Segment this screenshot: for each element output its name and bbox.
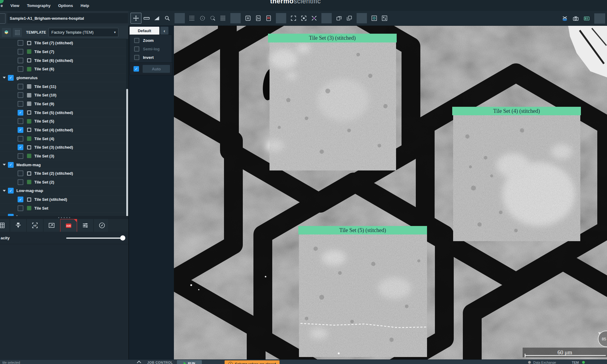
template-dropdown[interactable]: Factory Template (TEM) ▾ bbox=[49, 28, 118, 37]
run-button[interactable]: RUN bbox=[177, 360, 202, 364]
tree-row[interactable]: Tile Set (7) … bbox=[0, 48, 128, 56]
tree-row[interactable]: Tile Set (11) … bbox=[0, 82, 128, 91]
row-checkbox[interactable] bbox=[18, 136, 23, 142]
dense-grid-icon[interactable] bbox=[218, 13, 228, 23]
row-checkbox[interactable] bbox=[18, 197, 23, 202]
tree-row[interactable]: Tile Set (4) … bbox=[0, 134, 128, 143]
tree-row[interactable]: Tile Set (3) (stitched) … bbox=[0, 143, 128, 152]
magnifier-icon[interactable] bbox=[162, 13, 172, 23]
ruler-icon[interactable] bbox=[141, 13, 152, 23]
expand-arrow-icon[interactable] bbox=[3, 164, 6, 166]
tree-row[interactable]: glomerulus … bbox=[0, 74, 128, 83]
tree-row[interactable]: Tile Set (4) (stitched) … bbox=[0, 126, 128, 135]
tree-row[interactable]: Tile Set (5) … bbox=[0, 117, 128, 126]
row-checkbox[interactable] bbox=[18, 118, 23, 124]
copy-back-icon[interactable] bbox=[344, 13, 354, 23]
panel-drag-handle[interactable] bbox=[0, 216, 128, 219]
histogram-option[interactable]: Semi-log bbox=[130, 45, 172, 53]
tree-row[interactable]: Tile Set (2) … bbox=[0, 178, 128, 187]
expand-arrow-icon[interactable] bbox=[3, 77, 6, 79]
row-checkbox[interactable] bbox=[8, 162, 14, 168]
image-viewport[interactable]: Tile Set (3) (stitched) Tile Set (4) (st… bbox=[174, 26, 607, 359]
row-checkbox[interactable] bbox=[8, 188, 14, 194]
center-target-icon[interactable] bbox=[309, 13, 319, 23]
a2d-icon[interactable] bbox=[60, 219, 77, 232]
option-checkbox[interactable] bbox=[134, 55, 139, 60]
tile-set-4-stitched[interactable]: Tile Set (4) (stitched) bbox=[452, 107, 581, 241]
target-box-icon[interactable] bbox=[369, 13, 379, 23]
row-checkbox[interactable] bbox=[18, 110, 23, 116]
tree-row[interactable]: Tile Set (2) (stitched) … bbox=[0, 169, 128, 178]
tile-set-3-stitched[interactable]: Tile Set (3) (stitched) bbox=[266, 34, 397, 170]
tree-row[interactable]: Tile Set (6) … bbox=[0, 65, 128, 74]
copy-front-icon[interactable] bbox=[334, 13, 344, 23]
row-checkbox[interactable] bbox=[18, 40, 23, 46]
slope-icon[interactable] bbox=[152, 13, 162, 23]
tree-row[interactable]: Tile Set (9) … bbox=[0, 100, 128, 109]
tree-row[interactable]: Tile Set (5) (stitched) … bbox=[0, 108, 128, 117]
chevron-up-icon[interactable] bbox=[137, 361, 141, 364]
af-icon[interactable] bbox=[27, 219, 43, 232]
menu-item[interactable]: e bbox=[1, 3, 3, 8]
expand-icon[interactable] bbox=[288, 13, 299, 23]
film-grid-icon[interactable] bbox=[0, 219, 10, 232]
warning-badge[interactable]: ! Column valves are closed bbox=[225, 360, 280, 364]
histogram-option[interactable]: Zoom bbox=[130, 36, 172, 45]
histogram-option[interactable]: Invert bbox=[130, 53, 172, 62]
row-checkbox[interactable] bbox=[8, 75, 14, 81]
tile-set-5-stitched[interactable]: Tile Set (5) (stitched) bbox=[298, 226, 427, 357]
row-checkbox[interactable] bbox=[18, 127, 23, 133]
menu-item[interactable]: Help bbox=[81, 3, 89, 8]
option-checkbox[interactable] bbox=[134, 46, 139, 52]
layers-stack-icon[interactable] bbox=[2, 28, 11, 37]
doc-red-icon[interactable] bbox=[263, 13, 274, 23]
row-checkbox[interactable] bbox=[18, 153, 23, 159]
beam-screen-icon[interactable] bbox=[559, 13, 570, 24]
circle-dots-icon[interactable] bbox=[197, 13, 208, 23]
auto-button[interactable]: Auto bbox=[143, 65, 170, 73]
fit-frame-icon[interactable] bbox=[299, 13, 309, 23]
pattern-box-icon[interactable] bbox=[379, 13, 390, 23]
image-adjust-icon[interactable] bbox=[43, 219, 60, 232]
row-checkbox[interactable] bbox=[18, 58, 23, 63]
camera-icon[interactable] bbox=[570, 13, 581, 24]
tree-row[interactable]: Tile Set (3) … bbox=[0, 152, 128, 161]
tree-row[interactable]: Tile Set (6) (stitched) … bbox=[0, 56, 128, 65]
menu-item[interactable]: Tomography bbox=[27, 3, 51, 8]
expand-arrow-icon[interactable] bbox=[3, 190, 6, 192]
sample-name-field[interactable]: Sample1-A1_Brigham-womens-hospital bbox=[7, 13, 128, 23]
menu-item[interactable]: Options bbox=[58, 3, 73, 8]
row-checkbox[interactable] bbox=[18, 101, 23, 107]
row-checkbox[interactable] bbox=[18, 92, 23, 98]
move-icon[interactable] bbox=[131, 13, 141, 24]
collapse-panel-button[interactable]: ‹ bbox=[160, 27, 168, 35]
histogram-tab[interactable]: Default bbox=[130, 27, 159, 35]
align-down-icon[interactable] bbox=[10, 219, 27, 232]
tree-row[interactable]: Low-mag-map … bbox=[0, 187, 128, 195]
option-checkbox[interactable] bbox=[134, 38, 139, 43]
opacity-slider-knob[interactable] bbox=[120, 235, 125, 241]
row-checkbox[interactable] bbox=[18, 84, 23, 89]
menu-item[interactable]: View bbox=[10, 3, 19, 8]
tree-row[interactable]: Tile Set (stitched) … bbox=[0, 195, 128, 204]
row-checkbox[interactable] bbox=[18, 170, 23, 176]
tem-canvas[interactable]: Tile Set (3) (stitched) Tile Set (4) (st… bbox=[174, 26, 607, 359]
sliders-icon[interactable] bbox=[77, 219, 94, 232]
circle-edit-icon[interactable] bbox=[208, 13, 218, 23]
tree-row[interactable]: Tile Set … bbox=[0, 204, 128, 213]
grid-dots-icon[interactable] bbox=[187, 13, 197, 23]
row-checkbox[interactable] bbox=[18, 144, 23, 150]
fps-display-icon[interactable] bbox=[581, 13, 592, 24]
row-checkbox[interactable] bbox=[18, 179, 23, 185]
job-control-label[interactable]: JOB CONTROL bbox=[147, 361, 173, 364]
row-checkbox[interactable] bbox=[18, 49, 23, 55]
opacity-slider[interactable] bbox=[66, 238, 123, 239]
template-grid-icon[interactable] bbox=[13, 28, 22, 37]
tree-row[interactable]: Tile Set (7) (stitched) … bbox=[0, 39, 128, 48]
row-checkbox[interactable] bbox=[18, 205, 23, 211]
auto-checkbox[interactable] bbox=[134, 66, 139, 72]
image-doc-icon[interactable] bbox=[253, 13, 263, 23]
sample-side-button[interactable] bbox=[0, 13, 5, 24]
tree-scrollbar[interactable] bbox=[126, 39, 128, 215]
row-checkbox[interactable] bbox=[18, 66, 23, 72]
